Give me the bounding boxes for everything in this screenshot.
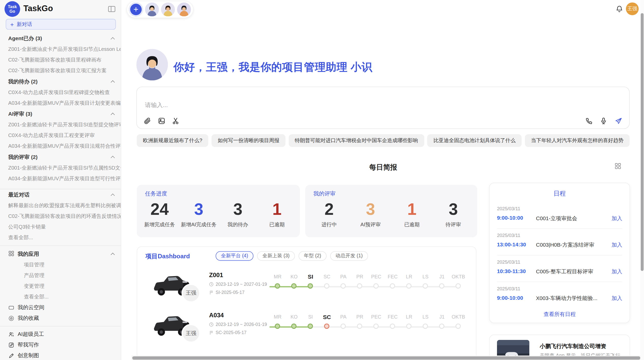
task-progress-card: 任务进度 24新增完成任务3新增AI完成任务3我的待办1已逾期 xyxy=(137,185,300,237)
scissors-icon[interactable] xyxy=(172,117,180,125)
dashboard-tab[interactable]: 全新平台 (4) xyxy=(216,251,254,261)
milestone-label: SC xyxy=(319,313,335,321)
sidebar-collapse-icon[interactable] xyxy=(108,5,116,13)
milestone-dot xyxy=(455,323,461,329)
milestone-column: OKTB xyxy=(450,273,467,280)
send-icon[interactable] xyxy=(614,117,622,125)
sidebar-item[interactable]: C02-飞腾新能源轻客改款项目里程碑画布 xyxy=(0,55,121,65)
notification-bell-icon[interactable] xyxy=(615,5,623,13)
join-link[interactable]: 加入 xyxy=(611,215,622,222)
dashboard-tab[interactable]: 全新上装 (3) xyxy=(257,251,295,261)
sidebar-item-label: 创意制图 xyxy=(18,352,39,359)
view-all-schedule-link[interactable]: 查看所有日程 xyxy=(490,311,630,318)
sidebar-item-label: AI超级员工 xyxy=(18,331,44,338)
chat-avatar[interactable] xyxy=(177,3,191,17)
divider xyxy=(0,246,121,246)
join-link[interactable]: 加入 xyxy=(611,268,622,275)
chevron-up-icon xyxy=(111,113,115,117)
horizontal-scrollbar-thumb[interactable] xyxy=(132,356,640,359)
image-icon[interactable] xyxy=(158,117,166,125)
phone-icon[interactable] xyxy=(585,117,593,125)
sidebar-item[interactable]: 解释最新出台的欧盟报废车法规再生塑料比例被调至15%... xyxy=(0,200,121,211)
sidebar-section-header[interactable]: 我的评审 (2) xyxy=(0,152,121,163)
sidebar-item[interactable]: 公司Q3轻卡销量 xyxy=(0,222,121,232)
suggestion-chip[interactable]: 比亚迪全固态电池计划具体说了什么 xyxy=(427,134,522,147)
sidebar-section-header[interactable]: 我的待办 (2) xyxy=(0,76,121,87)
new-agent-chat-button[interactable]: + xyxy=(129,3,143,17)
milestone-dot xyxy=(422,323,428,329)
sidebar-item[interactable]: Z001-全新燃油皮卡产品开发项目SI节点Lesson Learn报告 xyxy=(0,44,121,55)
project-row: 王强A0342023-12-19 ~ 2026-01-19SC-2025-05-… xyxy=(137,307,476,347)
layout-grid-icon[interactable] xyxy=(614,162,621,169)
my-review-card: 我的评审 2进行中3AI预评审1已逾期3待评审 xyxy=(305,185,477,237)
sidebar-section-header[interactable]: Agent已办 (3) xyxy=(0,33,121,44)
vertical-scrollbar[interactable] xyxy=(640,0,644,360)
project-owner-badge: 王强 xyxy=(182,284,200,303)
sidebar-tool-pen[interactable]: 创意制图 xyxy=(0,350,121,360)
sidebar-tool-write[interactable]: 帮我写作 xyxy=(0,339,121,350)
sidebar-item[interactable]: 查看全部... xyxy=(0,232,121,243)
chevron-up-icon xyxy=(111,80,115,84)
sidebar-item[interactable]: Z001-全新燃油轻卡产品开发项目SI造型提交物评审 xyxy=(0,119,121,130)
milestone-track: MRKOSISCPAPRPECFECLRLSJ1OKTB xyxy=(269,313,466,331)
milestone-dot xyxy=(308,283,313,289)
stat: 24新增完成任务 xyxy=(140,200,179,228)
suggestion-chip[interactable]: 特朗普可能对进口汽车增税会对中国车企造成哪些影响 xyxy=(289,134,424,147)
sidebar-section-my-apps[interactable]: 我的应用 xyxy=(0,248,121,260)
sidebar-item-cloud[interactable]: 我的云空间 xyxy=(0,302,121,313)
dashboard-tab[interactable]: 动总开发 (1) xyxy=(330,251,368,261)
join-link[interactable]: 加入 xyxy=(611,242,622,249)
flag-icon xyxy=(209,290,214,295)
milestone-dot xyxy=(439,323,444,329)
milestone-line-pending xyxy=(311,326,458,327)
suggestion-chip[interactable]: 当下年轻人对汽车外观有怎样的喜好趋势 xyxy=(525,134,630,147)
vertical-scrollbar-thumb[interactable] xyxy=(641,13,643,271)
milestone-column: LR xyxy=(401,313,417,321)
sidebar-item[interactable]: Z001-全新燃油轻卡产品开发项目SI节点属性5D文件评审 xyxy=(0,162,121,173)
sidebar-app-item[interactable]: 查看全部... xyxy=(0,292,121,302)
attachment-icon[interactable] xyxy=(144,117,152,125)
chat-input[interactable] xyxy=(145,102,556,108)
sidebar-item[interactable]: C02-飞腾新能源轻客改款项目的闭环通告反馈情况 xyxy=(0,211,121,222)
microphone-icon[interactable] xyxy=(600,117,608,125)
milestone-column: KO xyxy=(286,273,302,280)
sidebar-scroll-area: Agent已办 (3)Z001-全新燃油皮卡产品开发项目SI节点Lesson L… xyxy=(0,33,121,360)
chevron-up-icon xyxy=(111,156,115,160)
horizontal-scrollbar[interactable] xyxy=(131,355,644,360)
stat-label: 新增AI完成任务 xyxy=(179,221,218,228)
sidebar-app-item[interactable]: 变更管理 xyxy=(0,281,121,292)
sidebar-app-item[interactable]: 项目管理 xyxy=(0,260,121,270)
sidebar-item[interactable]: A034-全新新能源MUV产品开发项目造型可行性评审 xyxy=(0,173,121,184)
milestone-label: SC xyxy=(319,273,335,280)
milestone-dot xyxy=(274,323,280,329)
sidebar-section-header[interactable]: 最近对话 xyxy=(0,189,121,200)
stat-label: 新增完成任务 xyxy=(140,221,179,228)
user-avatar[interactable]: 王强 xyxy=(626,3,639,15)
new-chat-button[interactable]: + 新对话 xyxy=(6,19,116,29)
dashboard-title: 项目Dashboard xyxy=(145,252,190,260)
sidebar-item-star[interactable]: 我的收藏 xyxy=(0,313,121,323)
flag-icon xyxy=(209,330,214,335)
project-date-range: 2023-12-19 ~ 2026-01-19 xyxy=(209,322,267,327)
event-date: 2025/03/11 xyxy=(497,233,520,238)
suggestion-chip[interactable]: 如何写一份清晰的项目周报 xyxy=(212,134,286,147)
sidebar-item[interactable]: C0X4-动力总成开发项目SI里程碑提交物检查 xyxy=(0,87,121,98)
sidebar-app-item[interactable]: 产品管理 xyxy=(0,270,121,281)
sidebar-section-header[interactable]: AI评审 (3) xyxy=(0,108,121,119)
sidebar-item[interactable]: A034-全新新能源MUV产品开发项目法规符合性评审 xyxy=(0,141,121,152)
join-link[interactable]: 加入 xyxy=(611,295,622,302)
suggestion-chip[interactable]: 欧洲新规最近颁布了什么? xyxy=(137,134,209,147)
milestone-label: LS xyxy=(417,313,434,321)
sidebar-section-title: Agent已办 (3) xyxy=(8,35,42,42)
event-date: 2025/03/11 xyxy=(497,286,520,291)
chat-avatar[interactable] xyxy=(161,3,175,17)
sidebar-item[interactable]: C0X4-动力总成开发项目工程变更评审 xyxy=(0,130,121,141)
event-time: 9:00-10:00 xyxy=(497,295,523,301)
sidebar-item[interactable]: A034-全新新能源MUV产品开发项目计划变更表编写 xyxy=(0,98,121,108)
event-title: X003-车辆动力学性能验... xyxy=(536,295,597,302)
sidebar-item[interactable]: C02-飞腾新能源轻客改款项目立项汇报方案 xyxy=(0,65,121,76)
dashboard-tabs: 全新平台 (4)全新上装 (3)年型 (2)动总开发 (1) xyxy=(216,251,368,261)
dashboard-tab[interactable]: 年型 (2) xyxy=(299,251,327,261)
chat-avatar[interactable] xyxy=(145,3,159,17)
sidebar-tool-people[interactable]: AI超级员工 xyxy=(0,329,121,339)
